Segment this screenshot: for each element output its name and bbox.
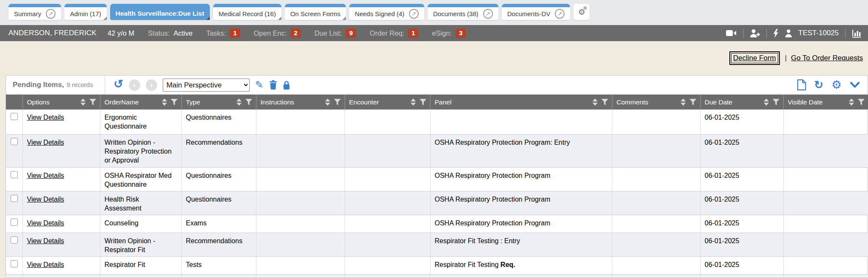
sort-icon[interactable]: [81, 98, 86, 106]
status-label: Status:: [148, 29, 170, 37]
delete-trash-icon[interactable]: [269, 80, 277, 90]
column-header-options: Options: [22, 95, 100, 110]
view-details-link[interactable]: View Details: [27, 114, 64, 121]
order-name-cell: Written Opinion - Respirator Fit: [100, 233, 181, 256]
popout-icon[interactable]: ↗: [409, 9, 419, 19]
type-cell: Questionnaires: [181, 110, 256, 134]
filter-funnel-icon[interactable]: [601, 98, 609, 106]
encounter-cell: [345, 110, 430, 134]
tab-documents[interactable]: Documents (38) ↗: [428, 4, 498, 20]
view-details-link[interactable]: View Details: [27, 172, 64, 179]
link-separator: |: [785, 54, 787, 62]
row-checkbox[interactable]: [11, 113, 18, 120]
person-add-icon[interactable]: [750, 29, 760, 37]
due-list-count-badge: 9: [346, 28, 356, 38]
tab-documents-dv[interactable]: Documents-DV ↗: [502, 4, 570, 20]
panel-cell: OSHA Respiratory Protection Program: [430, 167, 612, 191]
sort-icon[interactable]: [162, 98, 167, 106]
tab-settings-button[interactable]: ⚙ ⚙: [573, 4, 590, 20]
panel-cell: OSHA Respiratory Protection Program: [430, 191, 612, 215]
lightning-bolt-icon[interactable]: [773, 29, 779, 38]
filter-funnel-icon[interactable]: [334, 98, 341, 106]
row-checkbox[interactable]: [11, 171, 18, 178]
back-arrow-button[interactable]: ‹: [129, 79, 140, 91]
tab-top-strip: [8, 4, 61, 7]
filter-funnel-icon[interactable]: [419, 98, 427, 106]
record-count: 9 records: [67, 81, 93, 88]
tab-menu-fold-icon: [342, 17, 346, 20]
row-checkbox[interactable]: [11, 219, 18, 226]
sort-icon[interactable]: [681, 98, 686, 106]
filter-funnel-icon[interactable]: [689, 98, 697, 106]
filter-funnel-icon[interactable]: [857, 98, 865, 106]
filter-funnel-icon[interactable]: [170, 98, 178, 106]
type-cell: Questionnaires: [181, 191, 256, 215]
video-camera-icon[interactable]: [726, 29, 737, 37]
sort-icon[interactable]: [764, 98, 769, 106]
tab-admin[interactable]: Admin (17): [64, 4, 106, 20]
new-document-icon[interactable]: [797, 79, 806, 90]
sort-icon[interactable]: [849, 98, 854, 106]
view-details-link[interactable]: View Details: [27, 261, 64, 268]
filter-funnel-icon[interactable]: [245, 98, 253, 106]
perspective-select[interactable]: Main Perspective: [163, 79, 250, 92]
grid-settings-gear-icon[interactable]: ⚙: [832, 79, 842, 91]
comments-cell: [612, 191, 700, 215]
table-row: View Details Counseling Exams OSHA Respi…: [6, 215, 868, 233]
sort-icon[interactable]: [325, 98, 330, 106]
view-details-link[interactable]: View Details: [27, 219, 64, 227]
column-label: Type: [186, 98, 200, 106]
column-header-instructions: Instructions: [256, 95, 345, 110]
due-date-cell: 06-01-2025: [700, 233, 783, 256]
go-to-order-requests-link[interactable]: Go To Order Requests: [791, 54, 863, 62]
filter-funnel-icon[interactable]: [772, 98, 780, 106]
popout-icon[interactable]: ↗: [483, 9, 493, 19]
column-header-type: Type: [181, 95, 256, 110]
type-cell: Recommendations: [181, 134, 256, 167]
lock-icon[interactable]: [283, 80, 290, 90]
popout-icon[interactable]: ↗: [555, 9, 565, 19]
tab-label: Documents-DV: [507, 10, 551, 17]
view-details-link[interactable]: View Details: [27, 196, 64, 203]
due-date-cell: 06-01-2025: [700, 191, 783, 215]
type-cell: Exams: [181, 215, 256, 233]
panel-cell: OSHA Respiratory Protection Program: [430, 215, 612, 233]
column-header-comments: Comments: [612, 95, 700, 110]
tab-summary[interactable]: Summary ↗: [8, 4, 61, 20]
tab-on-screen-forms[interactable]: On Screen Forms: [285, 4, 346, 20]
view-details-link[interactable]: View Details: [27, 237, 64, 244]
pending-items-table: Options OrderName Type Instructions: [6, 95, 868, 278]
person-icon[interactable]: [785, 29, 792, 37]
type-cell: Questionnaires: [181, 167, 256, 191]
tab-needs-signed[interactable]: Needs Signed (4) ↗: [349, 4, 424, 20]
row-checkbox[interactable]: [11, 195, 18, 202]
row-checkbox[interactable]: [11, 260, 18, 267]
filter-funnel-icon[interactable]: [89, 98, 97, 106]
edit-pencil-icon[interactable]: ✎: [255, 80, 264, 90]
tab-label: Summary: [14, 10, 41, 17]
decline-form-link[interactable]: Decline Form: [733, 54, 776, 62]
due-date-cell: 06-01-2025: [700, 134, 783, 167]
tab-health-surveillance-due-list[interactable]: Health Surveillance:Due List: [110, 4, 210, 20]
tab-top-strip: [502, 4, 570, 7]
row-checkbox[interactable]: [11, 138, 18, 145]
chevron-down-icon[interactable]: [850, 81, 860, 88]
row-checkbox[interactable]: [11, 236, 18, 244]
instructions-cell: [256, 110, 345, 134]
due-list-label: Due List:: [314, 29, 342, 37]
refresh-icon[interactable]: ↻: [814, 79, 823, 90]
view-details-link[interactable]: View Details: [27, 139, 64, 146]
tab-top-strip: [213, 4, 281, 7]
tab-medical-record[interactable]: Medical Record (16): [213, 4, 281, 20]
bar-chart-icon[interactable]: [852, 29, 861, 38]
undo-icon[interactable]: ↺: [114, 79, 123, 90]
comments-cell: [612, 167, 700, 191]
table-row: View Details Health Risk Assessment Ques…: [6, 191, 868, 215]
column-header-encounter: Encounter: [345, 95, 430, 110]
tab-label: Admin (17): [70, 10, 101, 17]
sort-icon[interactable]: [593, 98, 598, 106]
sort-icon[interactable]: [411, 98, 416, 106]
popout-icon[interactable]: ↗: [46, 9, 56, 19]
forward-arrow-button[interactable]: ›: [146, 79, 157, 91]
sort-icon[interactable]: [236, 98, 242, 106]
